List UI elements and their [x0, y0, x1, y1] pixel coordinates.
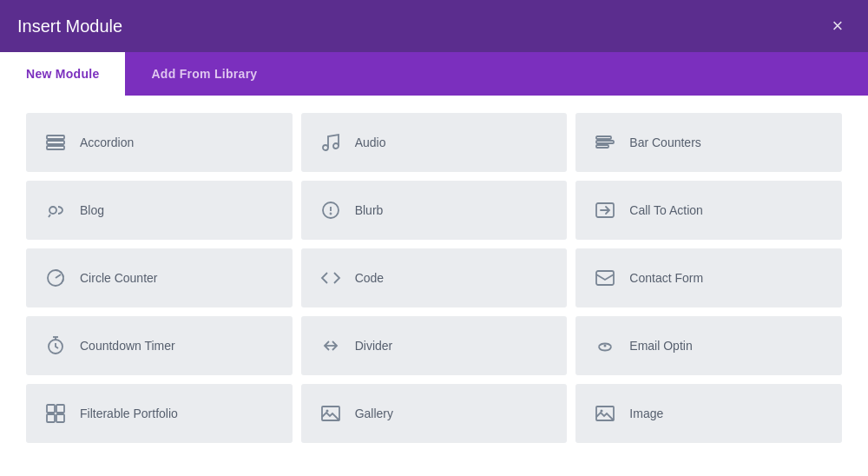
module-label-email-optin: Email Optin [629, 339, 692, 353]
svg-rect-20 [47, 414, 55, 422]
module-item-countdown-timer[interactable]: Countdown Timer [26, 316, 293, 375]
module-label-gallery: Gallery [355, 407, 393, 420]
module-item-gallery[interactable]: Gallery [301, 384, 568, 443]
module-label-call-to-action: Call To Action [629, 203, 703, 217]
svg-point-3 [323, 145, 328, 150]
module-item-filterable-portfolio[interactable]: Filterable Portfolio [26, 384, 293, 443]
tab-add-from-library[interactable]: Add From Library [125, 52, 283, 96]
module-item-contact-form[interactable]: Contact Form [575, 248, 842, 307]
module-item-call-to-action[interactable]: Call To Action [575, 181, 842, 240]
module-label-audio: Audio [355, 136, 386, 149]
code-icon [319, 266, 343, 290]
module-label-image: Image [629, 407, 663, 420]
module-label-divider: Divider [355, 339, 393, 353]
svg-rect-2 [47, 146, 64, 149]
email-optin-icon [593, 334, 617, 358]
svg-rect-0 [47, 136, 64, 139]
svg-point-8 [49, 207, 56, 214]
module-item-bar-counters[interactable]: Bar Counters [575, 113, 842, 172]
divider-icon [319, 334, 343, 358]
tabs-bar: New Module Add From Library [0, 52, 868, 96]
svg-rect-5 [596, 141, 614, 143]
module-label-filterable-portfolio: Filterable Portfolio [80, 407, 178, 420]
svg-point-25 [601, 410, 603, 413]
modal-header: Insert Module × [0, 0, 868, 52]
modules-grid: AccordionAudioBar CountersBlogBlurbCall … [26, 113, 842, 443]
tab-new-module[interactable]: New Module [0, 52, 125, 96]
svg-rect-6 [596, 145, 608, 148]
module-label-countdown-timer: Countdown Timer [80, 339, 175, 353]
svg-rect-14 [596, 271, 614, 285]
countdown-timer-icon [43, 334, 68, 358]
blog-icon [43, 198, 68, 222]
svg-rect-19 [56, 405, 64, 413]
svg-rect-21 [56, 414, 64, 422]
blurb-icon [319, 198, 343, 222]
bar-counters-icon [593, 130, 617, 155]
close-button[interactable]: × [825, 13, 851, 39]
svg-line-13 [56, 274, 61, 278]
accordion-icon [43, 130, 68, 155]
gallery-icon [319, 401, 343, 426]
svg-rect-1 [47, 141, 64, 144]
module-item-email-optin[interactable]: Email Optin [575, 316, 842, 375]
module-label-bar-counters: Bar Counters [629, 136, 700, 149]
module-item-audio[interactable]: Audio [301, 113, 568, 172]
module-label-blurb: Blurb [355, 203, 384, 217]
filterable-portfolio-icon [43, 401, 68, 426]
svg-rect-7 [596, 136, 611, 139]
svg-point-10 [330, 214, 331, 215]
image-icon [593, 401, 617, 426]
module-item-blog[interactable]: Blog [26, 181, 293, 240]
module-label-blog: Blog [80, 203, 104, 217]
svg-point-23 [326, 410, 328, 413]
module-item-circle-counter[interactable]: Circle Counter [26, 248, 293, 307]
module-item-code[interactable]: Code [301, 248, 568, 307]
contact-form-icon [593, 266, 617, 290]
module-item-image[interactable]: Image [575, 384, 842, 443]
modal-title: Insert Module [17, 17, 122, 36]
modal-body: AccordionAudioBar CountersBlogBlurbCall … [0, 96, 868, 476]
module-item-blurb[interactable]: Blurb [301, 181, 568, 240]
call-to-action-icon [593, 198, 617, 222]
audio-icon [319, 130, 343, 155]
circle-counter-icon [43, 266, 68, 290]
svg-rect-18 [47, 405, 55, 413]
module-item-accordion[interactable]: Accordion [26, 113, 293, 172]
module-label-contact-form: Contact Form [629, 271, 703, 285]
module-label-circle-counter: Circle Counter [80, 271, 157, 285]
svg-point-17 [604, 345, 607, 347]
module-item-divider[interactable]: Divider [301, 316, 568, 375]
module-label-code: Code [355, 271, 384, 285]
module-label-accordion: Accordion [80, 136, 134, 149]
svg-point-4 [333, 143, 339, 149]
insert-module-modal: Insert Module × New Module Add From Libr… [0, 0, 868, 476]
